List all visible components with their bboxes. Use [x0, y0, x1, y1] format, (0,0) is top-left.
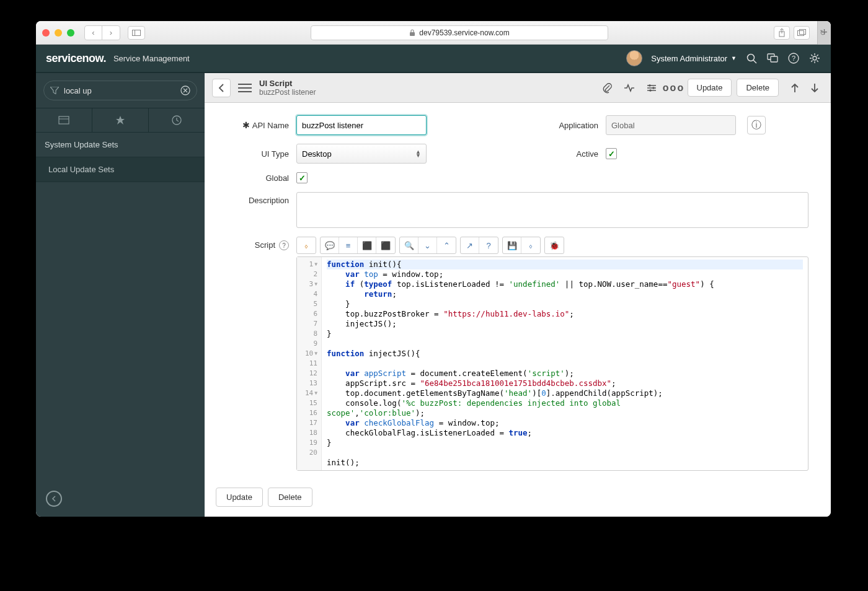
- nav-section-update-sets[interactable]: System Update Sets: [36, 133, 205, 157]
- tb-find-prev-icon[interactable]: ⌃: [437, 237, 456, 253]
- forward-button[interactable]: ›: [102, 26, 120, 40]
- search-icon[interactable]: [745, 52, 758, 64]
- field-api-name: ✱API Name: [227, 115, 499, 135]
- global-label: Global: [227, 173, 289, 183]
- url-bar[interactable]: dev79539.service-now.com ↻: [311, 25, 608, 40]
- svg-point-34: [652, 87, 655, 89]
- nav-arrows: ‹ ›: [84, 25, 120, 40]
- tb-indent-left-icon[interactable]: ⬛: [358, 237, 376, 253]
- editor-gutter: 1 ▼2 3 ▼4 5 6 7 8 9 10 ▼11 12 13 14 ▼15 …: [297, 257, 322, 470]
- help-icon[interactable]: ?: [787, 52, 800, 64]
- nav-tab-favorites[interactable]: [92, 108, 149, 132]
- gear-icon[interactable]: [808, 52, 821, 64]
- app-body: System Update Sets Local Update Sets UI …: [36, 72, 831, 517]
- record-name-label: buzzPost listener: [259, 88, 316, 97]
- bottom-actions: Update Delete: [205, 478, 831, 517]
- tb-help-icon[interactable]: ?: [479, 237, 498, 253]
- user-name-label: System Administrator: [651, 54, 727, 63]
- global-checkbox[interactable]: ✓: [296, 172, 308, 183]
- share-icon[interactable]: [774, 26, 790, 40]
- svg-line-19: [817, 61, 818, 62]
- tb-comment-icon[interactable]: 💬: [321, 237, 339, 253]
- tb-indent-right-icon[interactable]: ⬛: [376, 237, 395, 253]
- update-button-bottom[interactable]: Update: [216, 488, 263, 507]
- tb-search-icon[interactable]: 🔍: [400, 237, 418, 253]
- tb-debug-icon[interactable]: 🐞: [545, 237, 564, 253]
- lock-icon: [409, 29, 415, 37]
- script-help-icon[interactable]: ?: [279, 240, 289, 250]
- svg-text:?: ?: [792, 55, 795, 62]
- prev-record-button[interactable]: [786, 79, 804, 97]
- description-textarea[interactable]: [296, 192, 808, 228]
- svg-marker-22: [50, 87, 59, 94]
- tb-save-icon[interactable]: 💾: [503, 237, 521, 253]
- avatar[interactable]: [626, 50, 642, 66]
- browser-chrome: ‹ › dev79539.service-now.com ↻ +: [36, 21, 831, 45]
- filter-box[interactable]: [43, 81, 197, 100]
- delete-button[interactable]: Delete: [737, 79, 779, 97]
- field-active: Active ✓: [536, 144, 808, 164]
- chat-icon[interactable]: [766, 52, 779, 64]
- tabs-icon[interactable]: [794, 26, 810, 40]
- form-row-1: ✱API Name Application ⓘ: [227, 115, 808, 135]
- api-name-input[interactable]: [296, 115, 427, 135]
- context-menu-button[interactable]: [237, 80, 253, 96]
- sidebar-item-local-update-sets[interactable]: Local Update Sets: [36, 157, 205, 182]
- delete-button-bottom[interactable]: Delete: [268, 488, 312, 507]
- clear-filter-icon[interactable]: [180, 85, 190, 95]
- attachment-icon[interactable]: [598, 79, 616, 97]
- tb-toggle-icon[interactable]: ⬨: [521, 237, 540, 253]
- logo: servicenow.: [46, 52, 106, 65]
- tb-fullscreen-icon[interactable]: ↗: [461, 237, 479, 253]
- sidebar-toggle-button[interactable]: [128, 26, 145, 40]
- record-nav: [786, 79, 823, 97]
- application-input: [606, 115, 736, 135]
- active-checkbox[interactable]: ✓: [606, 148, 617, 159]
- more-icon[interactable]: ooo: [665, 79, 683, 97]
- filter-row: [36, 73, 205, 108]
- window-close-icon[interactable]: [42, 29, 50, 37]
- active-label: Active: [536, 149, 598, 159]
- reload-icon[interactable]: ↻: [820, 28, 826, 37]
- svg-rect-10: [771, 56, 777, 62]
- tb-find-next-icon[interactable]: ⌄: [418, 237, 437, 253]
- header-title-block: UI Script buzzPost listener: [259, 79, 316, 97]
- select-caret-icon: ▲▼: [415, 150, 421, 158]
- form-row-script: Script ? ⬨ 💬 ≡ ⬛ ⬛: [227, 237, 808, 471]
- svg-point-35: [649, 89, 652, 92]
- record-type-label: UI Script: [259, 79, 316, 89]
- next-record-button[interactable]: [806, 79, 823, 97]
- chevron-down-icon: ▼: [731, 55, 737, 61]
- banner-right: System Administrator ▼ ?: [626, 50, 821, 66]
- user-menu[interactable]: System Administrator ▼: [651, 54, 737, 63]
- form-row-2: UI Type Desktop ▲▼ Active ✓: [227, 144, 808, 164]
- banner: servicenow. Service Management System Ad…: [36, 45, 831, 72]
- traffic-lights: [42, 29, 74, 37]
- editor-code[interactable]: function init(){ var top = window.top; i…: [322, 257, 808, 470]
- application-info-icon[interactable]: ⓘ: [747, 116, 766, 134]
- filter-input[interactable]: [64, 86, 175, 95]
- svg-rect-6: [800, 29, 806, 34]
- script-editor[interactable]: 1 ▼2 3 ▼4 5 6 7 8 9 10 ▼11 12 13 14 ▼15 …: [296, 256, 808, 471]
- main: UI Script buzzPost listener ooo: [205, 73, 831, 517]
- svg-point-7: [747, 54, 754, 61]
- window-zoom-icon[interactable]: [67, 29, 74, 37]
- editor-toolbar: ⬨ 💬 ≡ ⬛ ⬛ 🔍 ⌄ ⌃: [296, 237, 808, 254]
- settings-icon[interactable]: [643, 79, 660, 97]
- ui-type-select[interactable]: Desktop ▲▼: [296, 144, 427, 164]
- back-button[interactable]: ‹: [85, 26, 102, 40]
- back-button[interactable]: [212, 79, 231, 97]
- tb-syntax-icon[interactable]: ⬨: [297, 237, 316, 253]
- svg-line-18: [811, 55, 812, 56]
- svg-rect-5: [798, 30, 804, 35]
- activity-icon[interactable]: [621, 79, 638, 97]
- sidebar-collapse-button[interactable]: [46, 491, 62, 507]
- url-text: dev79539.service-now.com: [419, 28, 509, 37]
- tb-format-icon[interactable]: ≡: [339, 237, 358, 253]
- svg-point-33: [649, 84, 651, 87]
- nav-tab-all[interactable]: [36, 108, 92, 132]
- window-minimize-icon[interactable]: [55, 29, 62, 37]
- nav-tab-history[interactable]: [149, 108, 205, 132]
- update-button[interactable]: Update: [688, 79, 732, 97]
- form-header: UI Script buzzPost listener ooo: [205, 73, 831, 103]
